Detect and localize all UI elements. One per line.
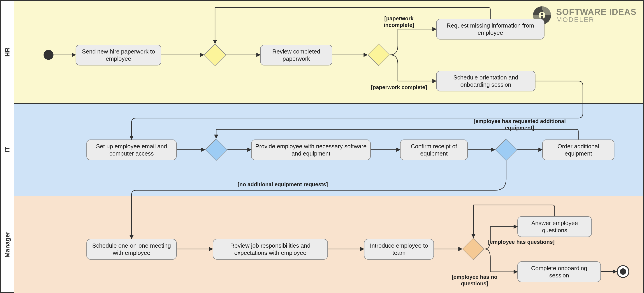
guard-has-questions: [employee has questions] bbox=[488, 239, 560, 245]
start-node bbox=[44, 50, 54, 60]
guard-no-questions: [employee has no questions] bbox=[443, 274, 506, 287]
logo-line2: MODELER bbox=[556, 16, 636, 23]
lane-label-hr: HR bbox=[1, 1, 14, 104]
logo-line1: SOFTWARE IDEAS bbox=[556, 8, 636, 16]
swimlane-activity-diagram: HR IT Manager SOFTWARE IDEAS MODELER Sen… bbox=[0, 0, 644, 293]
end-node bbox=[617, 265, 629, 278]
activity-it-order-additional: Order additional equipment bbox=[542, 140, 614, 160]
activity-it-setup-access: Set up employee email and computer acces… bbox=[86, 140, 177, 160]
activity-mgr-answer-questions: Answer employee questions bbox=[518, 216, 592, 237]
activity-hr-review-paperwork: Review completed paperwork bbox=[260, 45, 332, 66]
activity-hr-send-paperwork: Send new hire paperwork to employee bbox=[76, 45, 161, 66]
guard-no-equipment-req: [no additional equipment requests] bbox=[228, 181, 337, 188]
activity-mgr-complete-onboarding: Complete onboarding session bbox=[518, 262, 601, 282]
guard-paperwork-complete: [paperwork complete] bbox=[371, 84, 427, 91]
activity-hr-request-missing: Request missing information from employe… bbox=[436, 19, 544, 40]
activity-mgr-introduce-team: Introduce employee to team bbox=[364, 239, 434, 260]
software-ideas-modeler-logo: SOFTWARE IDEAS MODELER bbox=[532, 5, 636, 26]
lane-label-it: IT bbox=[1, 104, 14, 196]
activity-it-provide-software: Provide employee with necessary software… bbox=[251, 140, 371, 160]
guard-has-equipment-req: [employee has requested additional equip… bbox=[470, 118, 569, 131]
lane-label-manager: Manager bbox=[1, 196, 14, 293]
activity-hr-schedule-orientation: Schedule orientation and onboarding sess… bbox=[436, 71, 536, 92]
logo-text: SOFTWARE IDEAS MODELER bbox=[556, 8, 636, 23]
guard-paperwork-incomplete: [paperwork incomplete] bbox=[371, 15, 427, 28]
lane-label-column: HR IT Manager bbox=[1, 1, 14, 292]
activity-mgr-schedule-meeting: Schedule one-on-one meeting with employe… bbox=[86, 239, 177, 260]
activity-it-confirm-receipt: Confirm receipt of equipment bbox=[400, 140, 468, 160]
activity-mgr-review-responsibilities: Review job responsibilities and expectat… bbox=[213, 239, 328, 260]
